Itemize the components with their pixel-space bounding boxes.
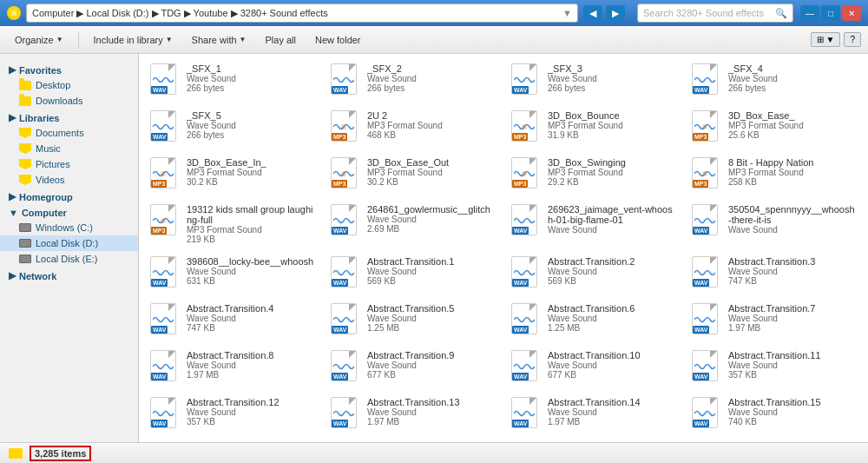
close-button[interactable]: ✕: [842, 5, 861, 21]
file-size: 1.25 MB: [367, 323, 496, 333]
file-info: Abstract.Transition.3 Wave Sound 747 KB: [728, 256, 857, 286]
file-name: 19312 kids small group laughing-full: [187, 204, 315, 225]
file-icon: WAV: [331, 350, 362, 385]
organize-button[interactable]: Organize ▼: [7, 31, 71, 49]
file-name: Abstract.Transition.8: [187, 350, 315, 360]
sidebar-homegroup-label: Homegroup: [19, 192, 73, 202]
list-item[interactable]: MP3 3D_Box_Bounce MP3 Format Sound 31.9 …: [503, 104, 684, 151]
list-item[interactable]: WAV Abstract.Transition.2 Wave Sound 569…: [503, 250, 684, 297]
list-item[interactable]: MP3 8 Bit - Happy Nation MP3 Format Soun…: [684, 151, 865, 198]
title-bar-left: Computer ▶ Local Disk (D:) ▶ TDG ▶ Youtu…: [7, 3, 793, 23]
file-name: Abstract.Transition.2: [548, 256, 676, 267]
file-type: Wave Sound: [187, 314, 315, 323]
sidebar-homegroup-header[interactable]: ▶ Homegroup: [0, 188, 138, 204]
list-item[interactable]: WAV Abstract.Transition.4 Wave Sound 747…: [142, 297, 323, 344]
share-with-button[interactable]: Share with ▼: [184, 31, 254, 49]
file-icon: WAV: [331, 204, 362, 239]
file-icon: WAV: [150, 256, 181, 291]
sidebar-item-pictures[interactable]: Pictures: [0, 156, 138, 172]
music-lib-icon: [19, 143, 31, 154]
list-item[interactable]: WAV _SFX_4 Wave Sound 266 bytes: [684, 57, 865, 104]
list-item[interactable]: WAV _SFX_2 Wave Sound 266 bytes: [323, 57, 503, 104]
file-size: 266 bytes: [728, 83, 857, 93]
list-item[interactable]: WAV 264861_gowlermusic__glitch Wave Soun…: [323, 198, 503, 250]
file-info: Abstract.Transition.14 Wave Sound 1.97 M…: [548, 397, 676, 427]
sidebar-item-music[interactable]: Music: [0, 141, 138, 156]
list-item[interactable]: WAV 350504_spennnyyy__whoosh-there-it-is…: [684, 198, 865, 250]
list-item[interactable]: WAV Abstract.Transition.14 Wave Sound 1.…: [503, 391, 684, 438]
sidebar-item-local-e[interactable]: Local Disk (E:): [0, 251, 138, 267]
list-item[interactable]: WAV Abstract.Transition.10 Wave Sound 67…: [503, 344, 684, 391]
file-name: 398608__locky-bee__whoosh: [187, 256, 315, 267]
list-item[interactable]: WAV Abstract.Transition.8 Wave Sound 1.9…: [142, 344, 323, 391]
svg-rect-1: [11, 10, 16, 16]
file-size: 357 KB: [187, 417, 315, 427]
sidebar-item-local-d[interactable]: Local Disk (D:): [0, 235, 138, 251]
maximize-button[interactable]: □: [821, 5, 840, 21]
list-item[interactable]: WAV Abstract.Transition.1 Wave Sound 569…: [323, 250, 503, 297]
sidebar-computer-header[interactable]: ▼ Computer: [0, 204, 138, 220]
back-button[interactable]: ◀: [583, 5, 602, 21]
file-size: 747 KB: [187, 323, 315, 333]
list-item[interactable]: WAV Abstract.Transition.7 Wave Sound 1.9…: [684, 297, 865, 344]
list-item[interactable]: WAV Abstract.Transition.6 Wave Sound 1.2…: [503, 297, 684, 344]
list-item[interactable]: WAV Abstract.Transition.9 Wave Sound 677…: [323, 344, 503, 391]
forward-button[interactable]: ▶: [606, 5, 625, 21]
file-grid: WAV _SFX_1 Wave Sound 266 bytes WAV: [142, 57, 865, 442]
list-item[interactable]: WAV _SFX_3 Wave Sound 266 bytes: [503, 57, 684, 104]
sidebar-network-header[interactable]: ▶ Network: [0, 267, 138, 283]
list-item[interactable]: MP3 3D_Box_Ease_ MP3 Format Sound 25.6 K…: [684, 104, 865, 151]
breadcrumb[interactable]: Computer ▶ Local Disk (D:) ▶ TDG ▶ Youtu…: [26, 3, 578, 23]
file-type: Wave Sound: [548, 407, 676, 417]
list-item[interactable]: WAV 269623_jaimage_vent-whoosh-01-big-fl…: [503, 198, 684, 250]
minimize-button[interactable]: —: [800, 5, 819, 21]
file-info: Abstract.Transition.4 Wave Sound 747 KB: [187, 303, 315, 333]
new-folder-button[interactable]: New folder: [307, 31, 369, 49]
sidebar-network-label: Network: [19, 271, 56, 281]
list-item[interactable]: WAV Abstract.Transition.15 Wave Sound 74…: [684, 391, 865, 438]
list-item[interactable]: WAV Abstract.Transition.5 Wave Sound 1.2…: [323, 297, 503, 344]
sidebar-item-documents[interactable]: Documents: [0, 125, 138, 141]
file-icon: WAV: [692, 256, 723, 291]
sidebar-item-videos[interactable]: Videos: [0, 172, 138, 188]
play-all-button[interactable]: Play all: [257, 31, 303, 49]
file-type: Wave Sound: [367, 407, 496, 417]
list-item[interactable]: MP3 19312 kids small group laughing-full…: [142, 198, 323, 250]
file-icon: WAV: [511, 303, 542, 338]
sidebar-item-windows-c[interactable]: Windows (C:): [0, 220, 138, 235]
list-item[interactable]: MP3 3D_Box_Ease_Out MP3 Format Sound 30.…: [323, 151, 503, 198]
list-item[interactable]: WAV Abstract.Transition.12 Wave Sound 35…: [142, 391, 323, 438]
sidebar-libraries-header[interactable]: ▶ Libraries: [0, 109, 138, 125]
list-item[interactable]: WAV _SFX_1 Wave Sound 266 bytes: [142, 57, 323, 104]
file-type: Wave Sound: [548, 267, 676, 276]
sidebar-favorites-header[interactable]: ▶ Favorites: [0, 61, 138, 77]
svg-point-2: [341, 124, 346, 129]
list-item[interactable]: WAV _SFX_5 Wave Sound 266 bytes: [142, 104, 323, 151]
file-type: Wave Sound: [187, 121, 315, 130]
include-label: Include in library: [94, 35, 163, 45]
list-item[interactable]: MP3 3D_Box_Ease_In_ MP3 Format Sound 30.…: [142, 151, 323, 198]
help-button[interactable]: ?: [844, 32, 861, 47]
include-library-button[interactable]: Include in library ▼: [86, 31, 181, 49]
file-name: Abstract.Transition.3: [728, 256, 857, 267]
sidebar-item-desktop[interactable]: Desktop: [0, 77, 138, 93]
file-info: _SFX_2 Wave Sound 266 bytes: [367, 63, 496, 93]
search-box[interactable]: Search 3280+ Sound effects 🔍: [637, 3, 793, 23]
search-icon[interactable]: 🔍: [775, 8, 787, 19]
desktop-folder-icon: [19, 81, 31, 90]
file-size: 266 bytes: [367, 83, 496, 93]
view-options-button[interactable]: ⊞ ▼: [811, 32, 841, 47]
pictures-label: Pictures: [36, 159, 70, 169]
list-item[interactable]: MP3 3D_Box_Swinging MP3 Format Sound 29.…: [503, 151, 684, 198]
breadcrumb-dropdown[interactable]: ▼: [562, 8, 572, 18]
status-bar: 3,285 items: [0, 442, 868, 463]
list-item[interactable]: WAV Abstract.Transition.11 Wave Sound 35…: [684, 344, 865, 391]
list-item[interactable]: WAV Abstract.Transition.3 Wave Sound 747…: [684, 250, 865, 297]
list-item[interactable]: WAV Abstract.Transition.13 Wave Sound 1.…: [323, 391, 503, 438]
file-type: Wave Sound: [548, 74, 676, 83]
sidebar-item-downloads[interactable]: Downloads: [0, 93, 138, 109]
list-item[interactable]: WAV 398608__locky-bee__whoosh Wave Sound…: [142, 250, 323, 297]
file-info: _SFX_4 Wave Sound 266 bytes: [728, 63, 857, 93]
svg-point-9: [161, 218, 166, 223]
list-item[interactable]: MP3 2U 2 MP3 Format Sound 468 KB: [323, 104, 503, 151]
